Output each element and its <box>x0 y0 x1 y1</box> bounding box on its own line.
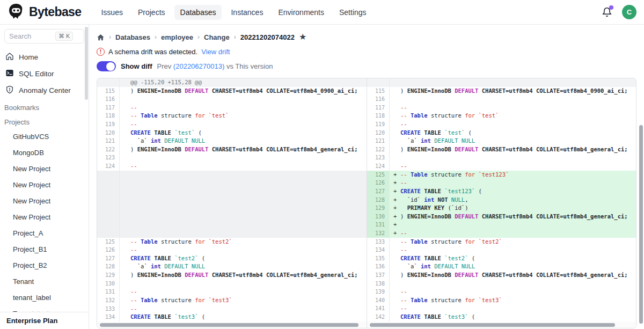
diff-row: 140-- Table structure for `test3` <box>367 296 636 305</box>
star-icon[interactable]: ★ <box>299 33 306 41</box>
breadcrumb-separator: › <box>155 33 157 41</box>
project-item-mongodb[interactable]: MongoDB <box>0 147 89 159</box>
code-line: +-- Table structure for `test123` <box>390 171 636 179</box>
code-line: CREATE TABLE `test` ( <box>120 129 367 137</box>
view-drift-link[interactable]: View drift <box>201 48 230 56</box>
line-number: 136 <box>367 262 390 271</box>
sidebar-section-bookmarks: Bookmarks <box>0 99 89 113</box>
code-line <box>120 153 367 162</box>
code-line <box>120 171 367 238</box>
diff-row: 117-- <box>367 104 636 112</box>
nav-item-issues[interactable]: Issues <box>95 5 128 20</box>
diff-row: 116 <box>367 95 636 104</box>
nav-item-instances[interactable]: Instances <box>225 5 269 20</box>
diff-row: 120CREATE TABLE `test` ( <box>97 129 367 137</box>
breadcrumb-item-change[interactable]: Change <box>204 33 230 41</box>
prev-version-link[interactable]: (202206270013) <box>173 62 224 70</box>
diff-pane-right[interactable]: 115) ENGINE=InnoDB DEFAULT CHARSET=utf8m… <box>367 78 636 328</box>
home-icon[interactable] <box>97 33 105 41</box>
sidebar-section-projects: Projects <box>0 113 89 128</box>
project-item-tenant[interactable]: Tenant <box>0 276 89 288</box>
nav-item-projects[interactable]: Projects <box>132 5 171 20</box>
code-line: CREATE TABLE `test3` ( <box>390 313 636 321</box>
search-box[interactable]: ⌘ K <box>4 29 84 43</box>
code-line: @@ -115,20 +115,28 @@ <box>120 78 367 87</box>
diff-pane-left[interactable]: @@ -115,20 +115,28 @@115) ENGINE=InnoDB … <box>97 78 367 328</box>
nav-item-settings[interactable]: Settings <box>333 5 372 20</box>
project-item-new-project[interactable]: New Project <box>0 195 89 207</box>
project-item-project-b2[interactable]: Project_B2 <box>0 260 89 272</box>
page-scrollbar[interactable] <box>639 125 643 324</box>
diff-row: 139-- <box>367 288 636 296</box>
line-number: 117 <box>97 104 120 112</box>
added-line-marker: + <box>393 171 397 179</box>
code-line <box>390 153 636 162</box>
breadcrumb-item-databases[interactable]: Databases <box>115 33 150 41</box>
schema-diff-panel: @@ -115,20 +115,28 @@115) ENGINE=InnoDB … <box>97 78 636 328</box>
code-line <box>120 280 367 288</box>
diff-row: 126-- <box>97 246 367 254</box>
line-number: 125 <box>97 238 120 246</box>
diff-row: 115) ENGINE=InnoDB DEFAULT CHARSET=utf8m… <box>367 87 636 96</box>
line-number: 115 <box>367 87 390 96</box>
line-number: 138 <box>367 280 390 288</box>
horizontal-scrollbar-left[interactable] <box>97 321 367 328</box>
line-number: 124 <box>97 162 120 171</box>
sidebar-item-anomaly-center[interactable]: Anomaly Center <box>0 82 89 99</box>
line-number: 123 <box>367 153 390 162</box>
diff-row: 115) ENGINE=InnoDB DEFAULT CHARSET=utf8m… <box>97 87 367 96</box>
diff-row: 131-- <box>97 288 367 296</box>
code-line: -- <box>390 120 636 129</box>
line-number: 139 <box>367 288 390 296</box>
project-item-new-project[interactable]: New Project <box>0 179 89 191</box>
plan-badge: Enterprise Plan <box>0 312 89 329</box>
main-nav: IssuesProjectsDatabasesInstancesEnvironm… <box>95 5 372 20</box>
sidebar-scrollbar[interactable] <box>85 27 88 100</box>
line-number: 132 <box>97 296 120 305</box>
code-line: -- Table structure for `test3` <box>120 296 367 305</box>
diff-row: 134-- <box>367 246 636 254</box>
diff-row: 137) ENGINE=InnoDB DEFAULT CHARSET=utf8m… <box>367 271 636 280</box>
project-item-new-project[interactable]: New Project <box>0 211 89 223</box>
diff-row: 126+-- <box>367 179 636 187</box>
nav-item-environments[interactable]: Environments <box>272 5 330 20</box>
sidebar: ⌘ K HomeSQL EditorAnomaly Center Bookmar… <box>0 25 89 329</box>
line-number: 129 <box>367 204 390 213</box>
bytebase-logo-icon <box>8 3 25 22</box>
sidebar-item-sql-editor[interactable]: SQL Editor <box>0 65 89 82</box>
diff-row: 121 `a` int DEFAULT NULL <box>367 137 636 145</box>
line-number <box>97 78 120 87</box>
project-item-githubvcs[interactable]: GitHubVCS <box>0 131 89 143</box>
diff-row: 119-- <box>367 120 636 129</box>
project-item-project-a[interactable]: Project_A <box>0 228 89 239</box>
line-number: 119 <box>367 120 390 129</box>
diff-row: 128+ `id` int NOT NULL, <box>367 196 636 204</box>
nav-item-databases[interactable]: Databases <box>174 5 222 20</box>
code-line <box>390 95 636 104</box>
line-number: 141 <box>367 304 390 313</box>
code-line: -- <box>390 162 636 171</box>
home-icon <box>5 52 14 62</box>
brand[interactable]: Bytebase <box>8 3 81 22</box>
code-line: + PRIMARY KEY (`id`) <box>390 204 636 213</box>
avatar[interactable]: C <box>622 5 636 19</box>
shield-icon <box>5 85 14 96</box>
code-line: + `id` int NOT NULL, <box>390 196 636 204</box>
code-line <box>390 280 636 288</box>
search-input[interactable] <box>9 32 55 40</box>
sidebar-item-home[interactable]: Home <box>0 49 89 65</box>
project-item-tenant-label[interactable]: tenant_label <box>0 292 89 304</box>
breadcrumb-item-20221202074022[interactable]: 20221202074022 <box>240 33 295 41</box>
show-diff-toggle[interactable] <box>97 61 116 71</box>
diff-row: 118-- Table structure for `test` <box>97 112 367 120</box>
diff-row: 118-- Table structure for `test` <box>367 112 636 120</box>
diff-row: 123 <box>367 153 636 162</box>
breadcrumb-item-employee[interactable]: employee <box>161 33 193 41</box>
project-item-project-b1[interactable]: Project_B1 <box>0 244 89 255</box>
line-number: 115 <box>97 87 120 96</box>
project-item-new-project[interactable]: New Project <box>0 163 89 175</box>
horizontal-scrollbar-right[interactable] <box>367 321 636 328</box>
code-line: CREATE TABLE `test3` ( <box>120 313 367 321</box>
notifications-bell-icon[interactable] <box>602 7 612 18</box>
line-number: 117 <box>367 104 390 112</box>
